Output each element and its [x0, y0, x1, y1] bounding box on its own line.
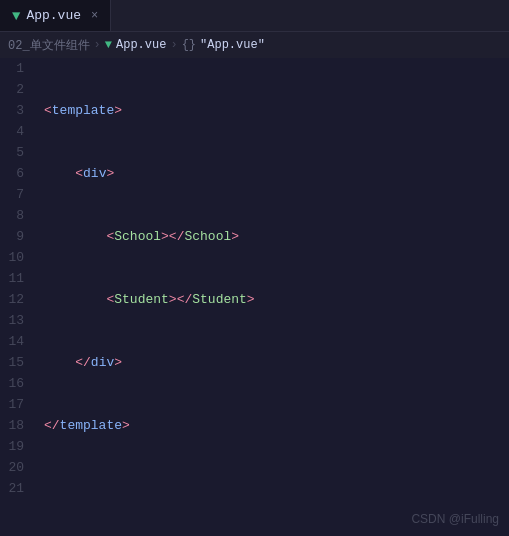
code-line-1: <template> [44, 100, 501, 121]
line-num: 4 [8, 121, 24, 142]
breadcrumb-file2: "App.vue" [200, 38, 265, 52]
line-num: 6 [8, 163, 24, 184]
line-num: 11 [8, 268, 24, 289]
line-num: 8 [8, 205, 24, 226]
breadcrumb: 02_单文件组件 › ▼ App.vue › {} "App.vue" [0, 32, 509, 58]
line-num: 3 [8, 100, 24, 121]
line-num: 1 [8, 58, 24, 79]
line-num: 2 [8, 79, 24, 100]
tab-item[interactable]: ▼ App.vue × [0, 0, 111, 31]
line-num: 10 [8, 247, 24, 268]
line-num: 20 [8, 457, 24, 478]
breadcrumb-vue-icon: ▼ [105, 38, 112, 52]
vue-icon: ▼ [12, 8, 20, 24]
line-num: 15 [8, 352, 24, 373]
code-line-3: <School></School> [44, 226, 501, 247]
tab-bar: ▼ App.vue × [0, 0, 509, 32]
tab-label: App.vue [26, 8, 81, 23]
breadcrumb-sep2: › [170, 38, 177, 52]
line-num: 7 [8, 184, 24, 205]
line-numbers: 1 2 3 4 5 6 7 8 9 10 11 12 13 14 15 16 1… [0, 58, 36, 536]
breadcrumb-file1: App.vue [116, 38, 166, 52]
code-container: 1 2 3 4 5 6 7 8 9 10 11 12 13 14 15 16 1… [0, 58, 509, 536]
line-num: 5 [8, 142, 24, 163]
breadcrumb-braces: {} [182, 38, 196, 52]
line-num: 16 [8, 373, 24, 394]
code-line-7 [44, 478, 501, 499]
line-num: 14 [8, 331, 24, 352]
close-icon[interactable]: × [91, 9, 98, 23]
code-line-5: </div> [44, 352, 501, 373]
line-num: 21 [8, 478, 24, 499]
line-num: 9 [8, 226, 24, 247]
line-num: 18 [8, 415, 24, 436]
line-num: 17 [8, 394, 24, 415]
code-line-2: <div> [44, 163, 501, 184]
line-num: 13 [8, 310, 24, 331]
code-line-6: </template> [44, 415, 501, 436]
code-line-4: <Student></Student> [44, 289, 501, 310]
line-num: 19 [8, 436, 24, 457]
breadcrumb-sep1: › [94, 38, 101, 52]
code-content[interactable]: <template> <div> <School></School> <Stud… [36, 58, 509, 536]
watermark: CSDN @iFulling [411, 512, 499, 526]
line-num: 12 [8, 289, 24, 310]
breadcrumb-folder: 02_单文件组件 [8, 37, 90, 54]
